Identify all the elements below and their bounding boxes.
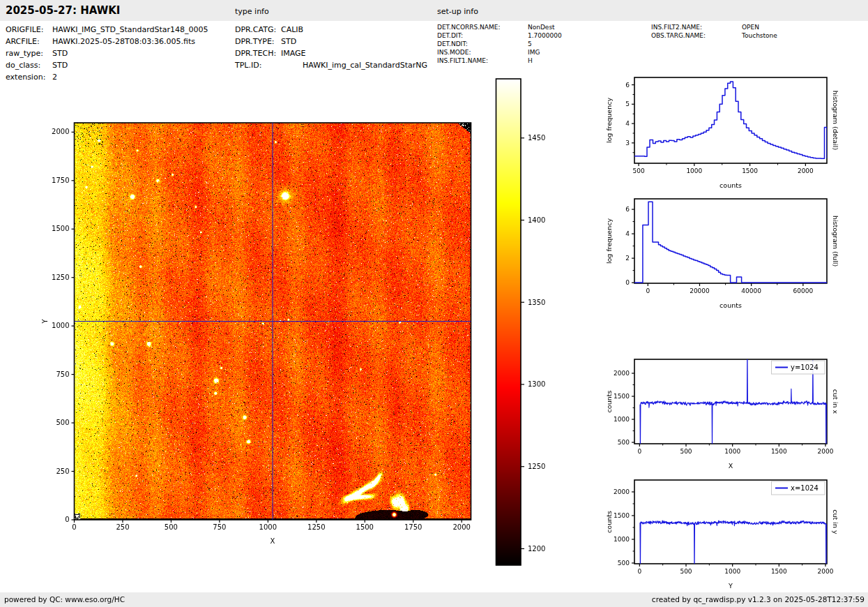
- svg-text:750: 750: [56, 370, 69, 378]
- setup-info-heading: set-up info: [437, 7, 478, 16]
- svg-text:log frequency: log frequency: [605, 218, 613, 264]
- type-info-heading: type info: [235, 7, 269, 16]
- svg-text:3: 3: [625, 140, 630, 147]
- svg-text:500: 500: [56, 419, 69, 426]
- svg-text:0: 0: [646, 287, 650, 294]
- setup-info-value: H: [528, 57, 533, 64]
- header-band: 2025-05-27: HAWKI type info set-up info: [0, 0, 868, 21]
- svg-text:500: 500: [680, 568, 692, 575]
- svg-text:2000: 2000: [818, 568, 834, 575]
- svg-text:2000: 2000: [614, 488, 630, 495]
- setup-info-label: INS.FILT2.NAME:: [651, 24, 702, 31]
- svg-text:4: 4: [625, 120, 630, 127]
- svg-text:20000: 20000: [690, 287, 710, 294]
- type-info-label: TPL.ID:: [235, 61, 261, 70]
- setup-info-value: Touchstone: [742, 32, 777, 39]
- svg-text:1000: 1000: [259, 523, 277, 531]
- svg-text:60000: 60000: [793, 287, 814, 294]
- svg-text:1500: 1500: [742, 167, 758, 174]
- svg-text:counts: counts: [719, 301, 742, 309]
- svg-text:1500: 1500: [614, 393, 630, 400]
- svg-text:X: X: [729, 462, 733, 470]
- file-info-label: raw_type:: [6, 49, 43, 58]
- page-title: 2025-05-27: HAWKI: [6, 4, 120, 17]
- svg-text:1300: 1300: [528, 380, 545, 388]
- svg-text:2: 2: [625, 255, 630, 262]
- svg-text:1750: 1750: [404, 523, 422, 531]
- footer-right-text: created by qc_rawdisp.py v1.2.3 on 2025-…: [652, 595, 865, 604]
- footer-left-text: powered by QC: www.eso.org/HC: [4, 595, 125, 604]
- file-info-value: HAWKI.2025-05-28T08:03:36.005.fits: [52, 37, 195, 46]
- svg-text:0: 0: [637, 568, 641, 575]
- svg-text:counts: counts: [719, 181, 742, 189]
- svg-text:2000: 2000: [798, 167, 814, 174]
- type-info-label: DPR.CATG:: [235, 25, 276, 34]
- svg-text:1200: 1200: [528, 545, 545, 553]
- qc-report-page: 2025-05-27: HAWKI type info set-up info …: [0, 0, 868, 607]
- svg-text:0: 0: [637, 448, 641, 455]
- setup-info-label: INS.FILT1.NAME:: [437, 57, 488, 64]
- svg-text:y=1024: y=1024: [791, 364, 818, 371]
- svg-text:0: 0: [625, 279, 630, 286]
- footer-band: powered by QC: www.eso.org/HC created by…: [0, 592, 868, 607]
- svg-text:250: 250: [56, 467, 69, 475]
- svg-text:1000: 1000: [686, 167, 702, 174]
- type-info-value: STD: [281, 37, 296, 46]
- svg-text:histogram (full): histogram (full): [832, 216, 839, 267]
- svg-text:histogram (detail): histogram (detail): [832, 91, 839, 150]
- file-info-label: do_class:: [6, 61, 40, 70]
- svg-text:500: 500: [618, 439, 630, 446]
- svg-text:x=1024: x=1024: [791, 484, 818, 492]
- setup-info-value: 1.7000000: [528, 32, 562, 39]
- svg-text:1000: 1000: [724, 448, 740, 455]
- svg-text:cut in y: cut in y: [832, 509, 839, 534]
- svg-text:0: 0: [72, 523, 76, 531]
- setup-info-value: OPEN: [742, 24, 759, 31]
- setup-info-label: OBS.TARG.NAME:: [651, 32, 706, 39]
- file-info-label: extension:: [6, 73, 45, 82]
- setup-info-label: DET.DIT:: [437, 32, 463, 39]
- type-info-value: HAWKI_img_cal_StandardStarNG: [303, 61, 427, 70]
- histogram-full-plot: 02000040000600000246countslog frequencyh…: [605, 199, 839, 309]
- svg-text:750: 750: [213, 523, 226, 531]
- type-info-label: DPR.TYPE:: [235, 37, 275, 46]
- svg-text:1450: 1450: [528, 134, 545, 142]
- file-info-value: STD: [52, 61, 68, 70]
- svg-text:1750: 1750: [52, 177, 69, 184]
- svg-text:1400: 1400: [528, 216, 545, 224]
- svg-text:250: 250: [116, 523, 129, 531]
- svg-text:40000: 40000: [741, 287, 761, 294]
- main-image-canvas: [74, 123, 471, 520]
- setup-info-value: NonDest: [528, 24, 555, 31]
- cut-in-x-plot: 0500100015002000500100015002000Xcountscu…: [605, 345, 839, 470]
- type-info-value: IMAGE: [281, 49, 306, 58]
- setup-info-value: 5: [528, 40, 532, 47]
- svg-text:500: 500: [165, 523, 178, 531]
- svg-text:counts: counts: [605, 511, 613, 533]
- svg-text:2000: 2000: [52, 128, 69, 135]
- svg-text:Y: Y: [728, 582, 733, 590]
- type-info-label: DPR.TECH:: [235, 49, 276, 58]
- svg-text:1250: 1250: [52, 273, 69, 281]
- cut-in-y-plot: 0500100015002000500100015002000Ycountscu…: [605, 480, 839, 590]
- svg-text:6: 6: [625, 206, 630, 213]
- svg-text:2000: 2000: [818, 448, 834, 455]
- svg-text:1000: 1000: [614, 416, 630, 423]
- setup-info-label: INS.MODE:: [437, 49, 471, 56]
- file-info-value: STD: [52, 49, 68, 58]
- setup-info-label: DET.NDIT:: [437, 40, 468, 47]
- setup-info-value: IMG: [528, 49, 540, 56]
- file-info-label: ARCFILE:: [6, 37, 40, 46]
- svg-text:4: 4: [625, 230, 630, 237]
- svg-text:2000: 2000: [614, 370, 630, 377]
- setup-info-label: DET.NCORRS.NAME:: [437, 24, 500, 31]
- type-info-value: CALIB: [281, 25, 303, 34]
- svg-text:1250: 1250: [528, 463, 545, 470]
- svg-text:cut in x: cut in x: [832, 389, 839, 414]
- svg-text:X: X: [271, 537, 275, 545]
- svg-text:1350: 1350: [528, 299, 545, 306]
- svg-text:500: 500: [680, 448, 692, 455]
- svg-text:1500: 1500: [614, 512, 630, 519]
- svg-text:5: 5: [625, 100, 630, 107]
- svg-text:1250: 1250: [307, 523, 325, 531]
